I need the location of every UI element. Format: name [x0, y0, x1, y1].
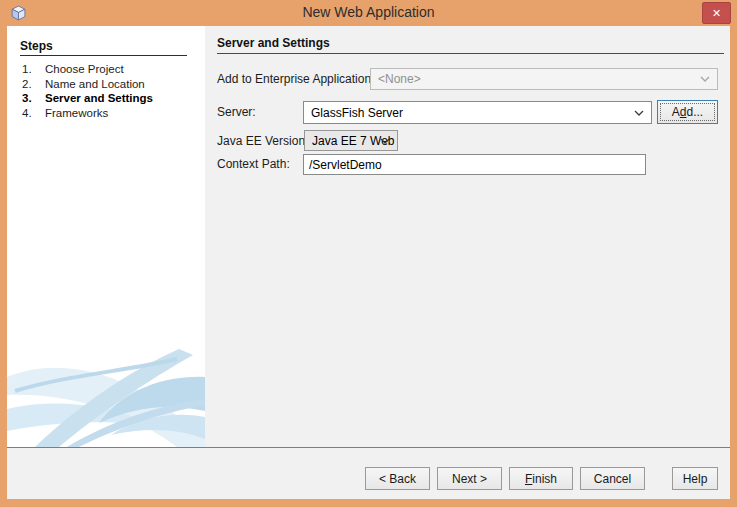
add-server-button[interactable]: Add... — [657, 100, 718, 124]
steps-list: 1.Choose Project 2.Name and Location 3.S… — [7, 63, 205, 122]
close-button[interactable]: ✕ — [702, 2, 731, 24]
titlebar[interactable]: New Web Application ✕ — [0, 0, 737, 26]
cancel-button[interactable]: Cancel — [580, 467, 645, 490]
wizard-button-bar: < Back Next > Finish Cancel Help — [7, 448, 730, 499]
context-path-input[interactable] — [303, 154, 646, 175]
page-title: Server and Settings — [217, 36, 330, 50]
server-label: Server: — [217, 105, 256, 119]
steps-panel: Steps 1.Choose Project 2.Name and Locati… — [7, 26, 205, 447]
add-button-mnemonic: d — [680, 105, 687, 119]
step-item-choose-project: 1.Choose Project — [7, 63, 205, 78]
step-label: Name and Location — [45, 78, 145, 90]
finish-text-post: inish — [532, 472, 557, 486]
back-button[interactable]: < Back — [365, 467, 430, 490]
steps-heading-rule — [20, 55, 187, 56]
next-button[interactable]: Next > — [437, 467, 502, 490]
step-item-server-and-settings: 3.Server and Settings — [7, 92, 205, 107]
server-value: GlassFish Server — [311, 106, 403, 120]
server-combobox[interactable]: GlassFish Server — [303, 101, 652, 124]
help-button[interactable]: Help — [672, 467, 718, 490]
dialog-body: Steps 1.Choose Project 2.Name and Locati… — [7, 26, 730, 499]
chevron-down-icon — [634, 110, 644, 116]
step-number: 2. — [22, 78, 45, 90]
step-label: Choose Project — [45, 63, 124, 75]
chevron-down-icon — [380, 138, 390, 144]
enterprise-application-combobox: <None> — [370, 68, 718, 90]
add-button-text-post: d... — [687, 105, 704, 119]
heading-rule — [217, 53, 724, 54]
step-number: 3. — [22, 92, 45, 104]
close-icon: ✕ — [712, 7, 721, 20]
content-panel: Server and Settings Add to Enterprise Ap… — [205, 26, 730, 447]
context-path-label: Context Path: — [217, 157, 290, 171]
step-number: 1. — [22, 63, 45, 75]
steps-heading: Steps — [20, 39, 53, 53]
step-label: Frameworks — [45, 107, 108, 119]
chevron-down-icon — [700, 76, 710, 82]
java-ee-version-combobox[interactable]: Java EE 7 Web — [304, 130, 398, 151]
step-item-frameworks: 4.Frameworks — [7, 107, 205, 122]
finish-button[interactable]: Finish — [509, 467, 573, 490]
add-button-text: A — [672, 105, 680, 119]
java-ee-version-label: Java EE Version: — [217, 134, 308, 148]
enterprise-application-value: <None> — [378, 72, 421, 86]
netbeans-swoosh-watermark — [7, 347, 205, 447]
finish-mnemonic: F — [525, 472, 532, 486]
step-number: 4. — [22, 107, 45, 119]
window-title: New Web Application — [0, 4, 737, 20]
enterprise-application-label: Add to Enterprise Application: — [217, 72, 374, 86]
step-label: Server and Settings — [45, 92, 153, 104]
step-item-name-and-location: 2.Name and Location — [7, 78, 205, 93]
